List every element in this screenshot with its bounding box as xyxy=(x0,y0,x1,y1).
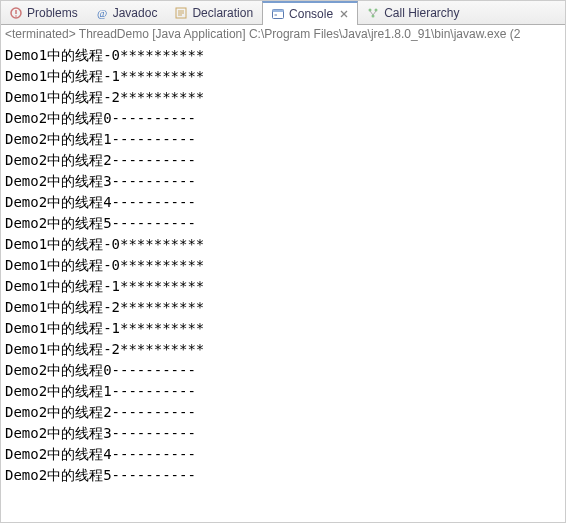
view-tab-bar: Problems @ Javadoc Declaration Console C… xyxy=(1,1,565,25)
tab-javadoc[interactable]: @ Javadoc xyxy=(87,1,167,24)
console-line: Demo2中的线程5---------- xyxy=(5,465,561,486)
tab-label: Javadoc xyxy=(113,6,158,20)
console-line: Demo2中的线程0---------- xyxy=(5,360,561,381)
console-line: Demo1中的线程-2********** xyxy=(5,87,561,108)
console-status: <terminated> ThreadDemo [Java Applicatio… xyxy=(1,25,565,43)
tab-call-hierarchy[interactable]: Call Hierarchy xyxy=(358,1,468,24)
console-line: Demo2中的线程4---------- xyxy=(5,192,561,213)
console-line: Demo2中的线程1---------- xyxy=(5,381,561,402)
console-line: Demo1中的线程-2********** xyxy=(5,297,561,318)
console-line: Demo2中的线程3---------- xyxy=(5,423,561,444)
console-line: Demo1中的线程-2********** xyxy=(5,339,561,360)
declaration-icon xyxy=(174,6,188,20)
console-line: Demo2中的线程2---------- xyxy=(5,402,561,423)
tab-label: Call Hierarchy xyxy=(384,6,459,20)
console-line: Demo1中的线程-0********** xyxy=(5,45,561,66)
console-line: Demo2中的线程0---------- xyxy=(5,108,561,129)
problems-icon xyxy=(9,6,23,20)
console-icon xyxy=(271,7,285,21)
console-line: Demo1中的线程-1********** xyxy=(5,66,561,87)
tab-label: Problems xyxy=(27,6,78,20)
console-line: Demo1中的线程-0********** xyxy=(5,255,561,276)
svg-text:@: @ xyxy=(97,7,107,19)
console-line: Demo2中的线程4---------- xyxy=(5,444,561,465)
svg-point-2 xyxy=(15,15,17,17)
svg-line-17 xyxy=(373,11,376,15)
tab-label: Console xyxy=(289,7,333,21)
console-output: Demo1中的线程-0**********Demo1中的线程-1********… xyxy=(1,43,565,488)
svg-line-16 xyxy=(370,11,373,15)
svg-rect-9 xyxy=(273,10,284,13)
console-line: Demo2中的线程2---------- xyxy=(5,150,561,171)
console-line: Demo2中的线程3---------- xyxy=(5,171,561,192)
console-line: Demo2中的线程5---------- xyxy=(5,213,561,234)
close-icon[interactable] xyxy=(339,9,349,19)
tab-label: Declaration xyxy=(192,6,253,20)
tab-problems[interactable]: Problems xyxy=(1,1,87,24)
console-line: Demo1中的线程-1********** xyxy=(5,318,561,339)
console-line: Demo1中的线程-0********** xyxy=(5,234,561,255)
javadoc-icon: @ xyxy=(95,6,109,20)
call-hierarchy-icon xyxy=(366,6,380,20)
tab-console[interactable]: Console xyxy=(262,1,358,25)
tab-declaration[interactable]: Declaration xyxy=(166,1,262,24)
console-line: Demo1中的线程-1********** xyxy=(5,276,561,297)
console-line: Demo2中的线程1---------- xyxy=(5,129,561,150)
